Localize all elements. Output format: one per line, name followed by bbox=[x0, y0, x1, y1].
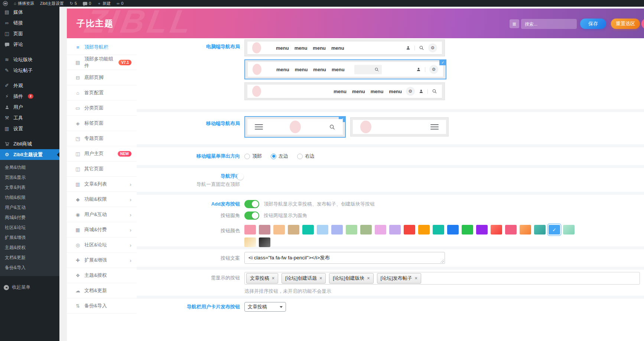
partial-button[interactable] bbox=[641, 19, 644, 29]
radio-icon[interactable] bbox=[297, 154, 303, 159]
theme-settings-link[interactable]: Zibll主题设置 bbox=[37, 0, 67, 7]
sidebar-item-settings[interactable]: ▥设置 bbox=[0, 123, 59, 134]
radio-option-left[interactable]: 左边 bbox=[271, 153, 288, 160]
sidebar-item-forum-sections[interactable]: ≋论坛版块 bbox=[0, 54, 59, 65]
updates-link[interactable]: ↻5 bbox=[67, 0, 80, 7]
sidebar-item-zibll-shop[interactable]: Zibll商城 bbox=[0, 138, 59, 149]
nav-item-docs-update[interactable]: ☁文档&更新 bbox=[67, 283, 137, 298]
reset-selection-button[interactable]: 重置选区 bbox=[611, 19, 640, 29]
remove-tag-icon[interactable]: × bbox=[272, 276, 274, 281]
nav-group-extension[interactable]: ✚扩展&增强› bbox=[67, 253, 137, 268]
submenu-item-extension[interactable]: 扩展&增强 bbox=[0, 233, 59, 243]
button-text-input[interactable] bbox=[244, 252, 445, 264]
color-swatch[interactable] bbox=[288, 225, 299, 235]
radio-icon[interactable] bbox=[244, 154, 250, 159]
sortable-tag-container[interactable]: 文章投稿× [论坛]创建话题× [论坛]创建版块× [论坛]发布帖子× bbox=[244, 272, 640, 285]
submenu-item-backup-import[interactable]: 备份&导入 bbox=[0, 263, 59, 273]
color-swatch[interactable] bbox=[433, 225, 444, 235]
submenu-item-global[interactable]: 全局&功能 bbox=[0, 163, 59, 173]
color-swatch[interactable] bbox=[375, 225, 386, 235]
remove-tag-icon[interactable]: × bbox=[319, 276, 322, 281]
radio-icon-selected[interactable] bbox=[271, 154, 276, 159]
color-swatch[interactable] bbox=[520, 225, 531, 235]
comments-link[interactable]: 0 bbox=[80, 0, 94, 7]
nav-group-article-list[interactable]: ▥文章&列表› bbox=[67, 177, 137, 192]
new-content-link[interactable]: ＋新建 bbox=[94, 0, 114, 7]
color-swatch[interactable] bbox=[491, 225, 502, 235]
collapse-menu-button[interactable]: ◀收起菜单 bbox=[0, 281, 59, 291]
add-button-toggle[interactable] bbox=[244, 200, 259, 208]
sidebar-item-zibll-theme-settings[interactable]: ⚙Zibll主题设置 bbox=[0, 149, 59, 160]
nav-item-topic-page[interactable]: ◳专题页面 bbox=[67, 131, 137, 146]
color-swatch[interactable] bbox=[447, 225, 459, 235]
mobile-layout-option-1-selected[interactable]: ✓ bbox=[244, 116, 346, 138]
nav-item-tag-page[interactable]: ◈标签页面 bbox=[67, 116, 137, 131]
color-swatch[interactable] bbox=[244, 237, 256, 247]
sidebar-item-forum-posts[interactable]: ✎论坛帖子 bbox=[0, 65, 59, 76]
color-swatch[interactable] bbox=[346, 225, 357, 235]
tag-forum-create-section[interactable]: [论坛]创建版块× bbox=[329, 273, 373, 283]
submenu-item-shop-pay[interactable]: 商城&付费 bbox=[0, 213, 59, 223]
nav-item-theme-auth[interactable]: ❖主题&授权 bbox=[67, 268, 137, 283]
nav-group-function-permission[interactable]: ◆功能&权限› bbox=[67, 192, 137, 207]
nav-group-community-forum[interactable]: ◎社区&论坛› bbox=[67, 237, 137, 253]
user-card-button-select[interactable]: 文章投稿 bbox=[244, 302, 286, 312]
sidebar-item-media[interactable]: ▤媒体 bbox=[0, 7, 59, 17]
color-swatch[interactable] bbox=[259, 225, 270, 235]
search-input[interactable] bbox=[521, 19, 577, 29]
sidebar-item-links[interactable]: ∞链接 bbox=[0, 17, 59, 28]
color-swatch[interactable] bbox=[317, 225, 328, 235]
nav-item-homepage[interactable]: ⌂首页配置 bbox=[67, 85, 137, 101]
sidebar-item-tools[interactable]: ⚒工具 bbox=[0, 112, 59, 123]
links-counter[interactable]: ∞0 bbox=[114, 0, 126, 7]
sidebar-item-comments[interactable]: 评论 bbox=[0, 39, 59, 50]
pc-layout-option-2-selected[interactable]: ✓ menumenumenumenu ⚙ bbox=[244, 59, 446, 79]
color-swatch[interactable] bbox=[259, 237, 270, 247]
color-swatch[interactable] bbox=[462, 225, 473, 235]
nav-item-top-navbar[interactable]: ≡顶部导航栏 bbox=[67, 40, 137, 55]
color-swatch[interactable] bbox=[505, 225, 517, 235]
color-swatch[interactable] bbox=[563, 225, 575, 235]
pc-layout-option-3[interactable]: menumenumenumenu ⚙ bbox=[244, 82, 445, 100]
color-swatch[interactable] bbox=[476, 225, 488, 235]
submenu-item-article-list[interactable]: 文章&列表 bbox=[0, 183, 59, 193]
resize-grip[interactable] bbox=[440, 259, 444, 263]
color-swatch[interactable] bbox=[273, 225, 285, 235]
color-swatch[interactable] bbox=[302, 225, 314, 235]
color-swatch[interactable] bbox=[404, 225, 415, 235]
color-swatch[interactable] bbox=[534, 225, 546, 235]
submenu-item-community-forum[interactable]: 社区&论坛 bbox=[0, 223, 59, 233]
save-button[interactable]: 保存 bbox=[580, 19, 606, 29]
nav-group-shop-pay[interactable]: ▦商城&付费› bbox=[67, 222, 137, 237]
tag-forum-publish-post[interactable]: [论坛]发布帖子× bbox=[377, 273, 421, 283]
submenu-item-theme-auth[interactable]: 主题&授权 bbox=[0, 243, 59, 253]
button-radius-toggle[interactable] bbox=[244, 212, 259, 220]
remove-tag-icon[interactable]: × bbox=[367, 276, 370, 281]
color-swatch-selected[interactable]: ✓ bbox=[549, 225, 560, 235]
tag-article-submit[interactable]: 文章投稿× bbox=[246, 273, 278, 283]
remove-tag-icon[interactable]: × bbox=[415, 276, 417, 281]
site-home-link[interactable]: ⌂播播资源 bbox=[11, 0, 37, 7]
nav-item-other-pages[interactable]: ◫其它页面 bbox=[67, 161, 137, 177]
tag-forum-create-topic[interactable]: [论坛]创建话题× bbox=[282, 273, 326, 283]
sidebar-item-users[interactable]: 用户 bbox=[0, 102, 59, 112]
mobile-layout-option-2[interactable] bbox=[350, 117, 449, 137]
nav-item-footer[interactable]: ⊟底部页脚 bbox=[67, 70, 137, 85]
color-swatch[interactable] bbox=[331, 225, 343, 235]
radio-option-right[interactable]: 右边 bbox=[297, 153, 315, 160]
nav-item-backup-import[interactable]: ⇅备份&导入 bbox=[67, 298, 137, 314]
sidebar-item-appearance[interactable]: ✐外观 bbox=[0, 80, 59, 91]
nav-group-user-interaction[interactable]: ◉用户&互动› bbox=[67, 207, 137, 222]
color-swatch[interactable] bbox=[389, 225, 401, 235]
nav-item-category-page[interactable]: ▭分类页面 bbox=[67, 101, 137, 116]
submenu-item-user-interaction[interactable]: 用户&互动 bbox=[0, 203, 59, 213]
color-swatch[interactable] bbox=[418, 225, 430, 235]
color-swatch[interactable] bbox=[360, 225, 372, 235]
sidebar-item-plugins[interactable]: ⚡插件2 bbox=[0, 91, 59, 102]
submenu-item-function-permission[interactable]: 功能&权限 bbox=[0, 193, 59, 203]
submenu-item-page-display[interactable]: 页面&显示 bbox=[0, 173, 59, 183]
nav-item-user-homepage[interactable]: ◫用户主页NEW bbox=[67, 146, 137, 161]
wp-logo-menu[interactable]: W bbox=[0, 0, 11, 7]
color-swatch[interactable] bbox=[244, 225, 256, 235]
nav-item-top-widget[interactable]: ▤顶部多功能组件V7.1 bbox=[67, 55, 137, 70]
